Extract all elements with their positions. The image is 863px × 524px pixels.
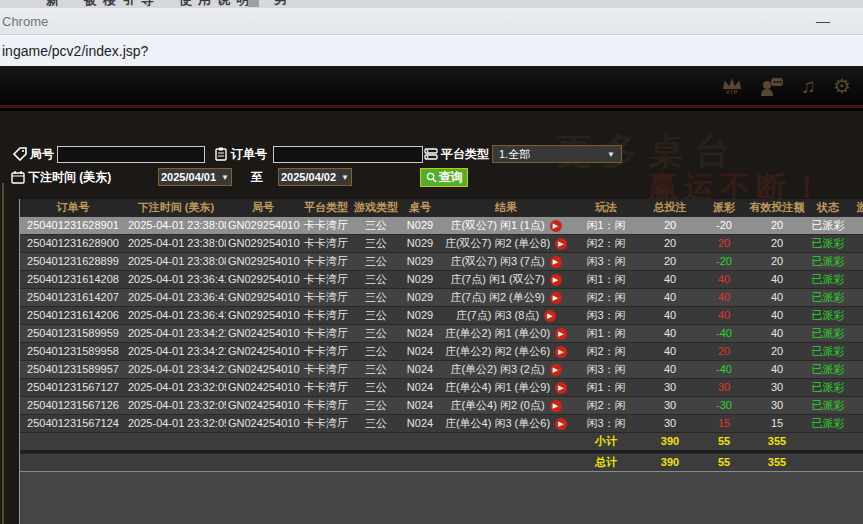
time-cell: 2025-04-01 23:38:08 [126,252,226,270]
order-cell: 250401231567126 [20,396,126,414]
tab-separator [248,0,259,7]
replay-button-icon[interactable]: ▶ [550,400,562,412]
replay-button-icon[interactable]: ▶ [555,328,567,340]
chevron-down-icon: ▼ [607,150,615,159]
browser-urlbar[interactable]: ingame/pcv2/index.jsp? [0,35,863,66]
order-cell: 250401231589957 [20,360,126,378]
table-row[interactable]: 2504012316288992025-04-01 23:38:08GN0292… [20,252,863,270]
total-cell: 40 [640,288,700,306]
game-mode-cell: - [850,270,863,288]
totals-valid-bet: 355 [748,453,806,471]
result-cell: 庄(单公4) 闲2 (0点)▶ [440,396,572,414]
replay-button-icon[interactable]: ▶ [550,364,562,376]
status-cell: 已派彩 [806,216,850,234]
table-no-cell: N029 [400,234,440,252]
replay-button-icon[interactable]: ▶ [550,274,562,286]
status-cell: 已派彩 [806,306,850,324]
minimize-button[interactable]: — [808,10,838,32]
result-cell: 庄(单公4) 闲3 (单公6)▶ [440,414,572,432]
music-icon[interactable]: ♫ [801,75,816,98]
replay-button-icon[interactable]: ▶ [550,292,562,304]
platform-label-group: 平台类型 [424,145,489,163]
to-label: 至 [251,169,263,186]
total-cell: 30 [640,378,700,396]
platform-cell: 卡卡湾厅 [300,378,352,396]
order-cell: 250401231614207 [20,288,126,306]
window-title: Chrome [2,14,48,29]
col-table-no: 桌号 [400,199,440,216]
list-icon [424,147,438,161]
table-row[interactable]: 2504012316142072025-04-01 23:36:41GN0292… [20,288,863,306]
time-cell: 2025-04-01 23:34:21 [126,324,226,342]
table-no-cell: N029 [400,306,440,324]
platform-cell: 卡卡湾厅 [300,342,352,360]
replay-button-icon[interactable]: ▶ [550,256,562,268]
settings-gear-icon[interactable]: ⚙ [833,74,851,98]
total-cell: 20 [640,234,700,252]
date-from-select[interactable]: 2025/04/01 ▼ [158,168,232,186]
totals-payout: 55 [700,453,748,471]
game-cell: 三公 [352,288,400,306]
replay-button-icon[interactable]: ▶ [550,220,562,232]
valid-cell: 40 [748,270,806,288]
table-no-cell: N024 [400,342,440,360]
play-type-cell: 闲2：闲 [572,396,640,414]
table-row[interactable]: 2504012315899582025-04-01 23:34:21GN0242… [20,342,863,360]
total-cell: 40 [640,342,700,360]
game-cell: 三公 [352,216,400,234]
col-platform: 平台类型 [300,199,352,216]
table-row[interactable]: 2504012315899572025-04-01 23:34:21GN0242… [20,360,863,378]
result-cell: 庄(单公2) 闲3 (2点)▶ [440,360,572,378]
date-to-select[interactable]: 2025/04/02 ▼ [278,168,352,186]
game-cell: 三公 [352,396,400,414]
game-cell: 三公 [352,360,400,378]
game-mode-cell: - [850,360,863,378]
query-button[interactable]: 查询 [420,168,468,187]
chevron-down-icon: ▼ [221,173,229,182]
payout-cell: -20 [700,216,748,234]
col-play-type: 玩法 [572,199,640,216]
replay-button-icon[interactable]: ▶ [544,310,556,322]
table-row[interactable]: 2504012316289012025-04-01 23:38:08GN0292… [20,216,863,234]
table-row[interactable]: 2504012316142082025-04-01 23:36:41GN0292… [20,270,863,288]
chat-support-icon[interactable] [760,76,784,96]
order-cell: 250401231567124 [20,414,126,432]
order-input[interactable] [273,146,423,163]
round-input[interactable] [57,146,205,163]
table-row[interactable]: 2504012316289002025-04-01 23:38:08GN0292… [20,234,863,252]
time-cell: 2025-04-01 23:34:21 [126,342,226,360]
totals-payout: 55 [700,432,748,450]
play-type-cell: 闲2：闲 [572,234,640,252]
table-row[interactable]: 2504012315671272025-04-01 23:32:05GN0242… [20,378,863,396]
table-row[interactable]: 2504012315899592025-04-01 23:34:21GN0242… [20,324,863,342]
col-valid-bet: 有效投注额 [748,199,806,216]
play-type-cell: 闲3：闲 [572,252,640,270]
vip-crown-icon[interactable]: VIP [721,77,743,95]
platform-cell: 卡卡湾厅 [300,360,352,378]
platform-select[interactable]: 1.全部 ▼ [492,145,622,163]
table-row[interactable]: 2504012315671262025-04-01 23:32:05GN0242… [20,396,863,414]
payout-cell: -30 [700,396,748,414]
replay-button-icon[interactable]: ▶ [555,346,567,358]
platform-cell: 卡卡湾厅 [300,396,352,414]
bet-time-label-group: 下注时间 (美东) [11,168,111,186]
table-row[interactable]: 2504012316142062025-04-01 23:36:41GN0292… [20,306,863,324]
play-type-cell: 闲1：闲 [572,378,640,396]
platform-cell: 卡卡湾厅 [300,252,352,270]
totals-pad [20,453,572,471]
replay-button-icon[interactable]: ▶ [555,238,567,250]
replay-button-icon[interactable]: ▶ [555,418,567,430]
table-no-cell: N024 [400,414,440,432]
total-cell: 40 [640,360,700,378]
table-row[interactable]: 2504012315671242025-04-01 23:32:05GN0242… [20,414,863,432]
total-cell: 30 [640,414,700,432]
table-no-cell: N029 [400,288,440,306]
replay-button-icon[interactable]: ▶ [555,382,567,394]
time-cell: 2025-04-01 23:38:08 [126,216,226,234]
status-cell: 已派彩 [806,324,850,342]
calendar-icon [11,170,25,184]
order-cell: 250401231628899 [20,252,126,270]
round-cell: GN029254010QA [226,252,300,270]
time-cell: 2025-04-01 23:36:41 [126,306,226,324]
time-cell: 2025-04-01 23:38:08 [126,234,226,252]
